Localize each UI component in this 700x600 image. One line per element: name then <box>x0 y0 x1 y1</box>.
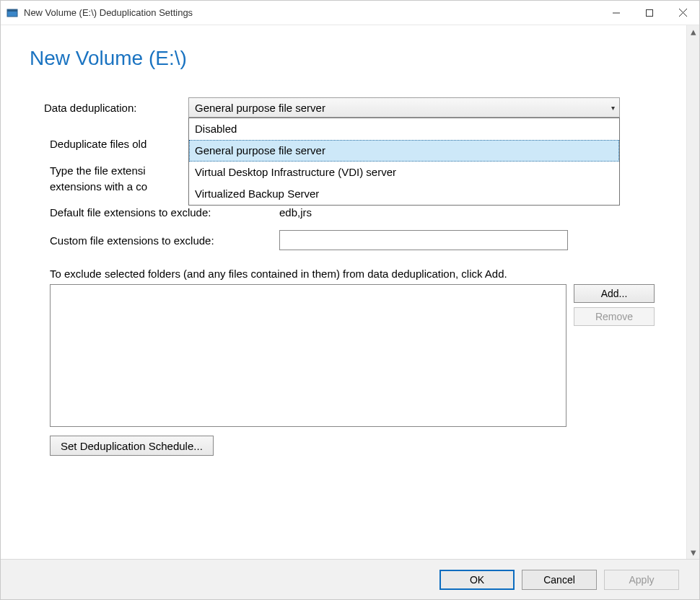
footer: OK Cancel Apply <box>1 559 699 599</box>
dedup-option-disabled[interactable]: Disabled <box>189 118 619 140</box>
default-ext-row: Default file extensions to exclude: edb,… <box>50 206 657 219</box>
scroll-down-icon[interactable]: ▾ <box>687 546 699 559</box>
chevron-down-icon: ▾ <box>611 104 615 112</box>
close-button[interactable] <box>666 1 699 25</box>
remove-button[interactable]: Remove <box>574 307 655 326</box>
scroll-up-icon[interactable]: ▴ <box>687 25 699 38</box>
titlebar: New Volume (E:\) Deduplication Settings <box>1 1 699 25</box>
custom-ext-label: Custom file extensions to exclude: <box>50 234 259 247</box>
set-schedule-button[interactable]: Set Deduplication Schedule... <box>50 436 214 456</box>
window-title: New Volume (E:\) Deduplication Settings <box>24 7 600 18</box>
default-ext-label: Default file extensions to exclude: <box>50 206 259 219</box>
exclude-listbox[interactable] <box>50 284 566 427</box>
dedup-select-display[interactable]: General purpose file server ▾ <box>188 97 620 118</box>
exclude-instruction: To exclude selected folders (and any fil… <box>50 268 657 280</box>
custom-ext-row: Custom file extensions to exclude: <box>50 230 657 250</box>
dedup-option-general[interactable]: General purpose file server <box>189 140 619 162</box>
maximize-button[interactable] <box>633 1 666 25</box>
window-controls <box>600 1 699 25</box>
vertical-scrollbar[interactable]: ▴ ▾ <box>686 25 699 559</box>
svg-rect-1 <box>7 9 17 12</box>
cancel-button[interactable]: Cancel <box>522 570 597 590</box>
dedup-selected-text: General purpose file server <box>195 102 325 114</box>
default-ext-value: edb,jrs <box>279 206 312 219</box>
dedup-option-vdi[interactable]: Virtual Desktop Infrastructure (VDI) ser… <box>189 162 619 183</box>
dedup-select[interactable]: General purpose file server ▾ Disabled G… <box>188 97 620 118</box>
dedup-row: Data deduplication: General purpose file… <box>44 97 657 118</box>
exclude-buttons: Add... Remove <box>574 284 655 326</box>
ok-button[interactable]: OK <box>439 570 515 590</box>
page-title: New Volume (E:\) <box>30 47 657 70</box>
apply-button[interactable]: Apply <box>604 570 679 590</box>
add-button[interactable]: Add... <box>574 284 655 303</box>
scroll-area: New Volume (E:\) Data deduplication: Gen… <box>1 25 686 559</box>
custom-ext-input[interactable] <box>279 230 568 250</box>
content-wrapper: New Volume (E:\) Data deduplication: Gen… <box>1 25 699 559</box>
dedup-option-backup[interactable]: Virtualized Backup Server <box>189 183 619 205</box>
svg-rect-3 <box>647 9 653 16</box>
age-label: Deduplicate files old <box>50 138 146 150</box>
ext-help-line2: extensions with a co <box>50 180 147 193</box>
ext-help-line1: Type the file extensi <box>50 164 146 177</box>
dedup-label: Data deduplication: <box>44 102 188 114</box>
minimize-button[interactable] <box>600 1 633 25</box>
dedup-dropdown[interactable]: Disabled General purpose file server Vir… <box>188 118 620 206</box>
app-icon <box>6 7 18 19</box>
exclude-area: Add... Remove <box>50 284 657 427</box>
